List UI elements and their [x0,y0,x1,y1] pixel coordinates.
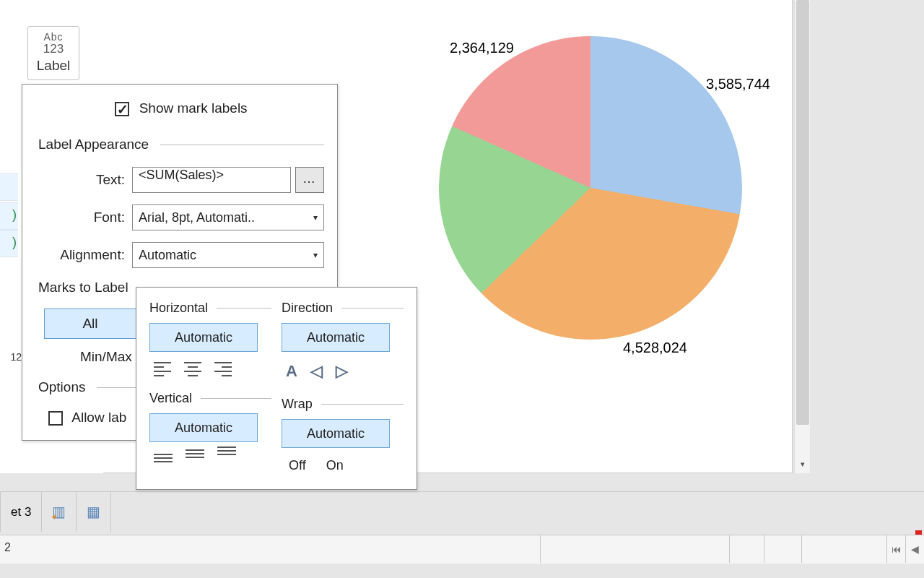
marks-label-card[interactable]: Abc 123 Label [27,26,79,80]
show-mark-labels-label: Show mark labels [139,100,248,116]
status-cell-4 [801,535,868,563]
alignment-label: Alignment: [38,247,132,263]
status-cell-2 [729,535,764,563]
wrap-on-button[interactable]: On [326,458,344,473]
valign-bottom-icon[interactable] [154,452,173,462]
show-mark-labels-checkbox[interactable] [115,102,129,116]
wrap-heading: Wrap [282,397,404,412]
align-right-icon[interactable] [214,362,232,375]
row-shelf-slot-3[interactable] [0,230,18,257]
align-center-icon[interactable] [184,362,201,375]
scrollbar-thumb[interactable] [796,0,809,425]
slice-label-3: 2,364,129 [450,40,514,56]
dashboard-icon: ▦ [87,504,100,519]
direction-left-icon[interactable]: ◁ [310,362,323,381]
label-card-caption: Label [28,58,79,74]
nav-prev-icon[interactable]: ◀ [905,535,924,563]
valign-middle-icon[interactable] [186,452,204,462]
horizontal-automatic-button[interactable]: Automatic [149,323,258,352]
pie-body[interactable] [439,36,742,340]
canvas-vertical-scrollbar[interactable]: ▾ [794,0,810,473]
label-card-abc: Abc [28,31,79,43]
row-number-fragment: 12 [0,351,23,366]
label-text-input[interactable]: <SUM(Sales)> [132,167,291,193]
sheet-tab-bar: et 3 ✦ ▥ ▦ [0,491,924,531]
chevron-down-icon: ▾ [313,250,318,260]
label-card-123: 123 [28,42,79,56]
new-dashboard-button[interactable]: ▦ [77,492,111,532]
status-nav: ⏮ ◀ [886,535,924,563]
sheet-tab-current[interactable]: et 3 [0,492,42,532]
label-text-edit-button[interactable]: … [295,167,324,193]
pie-chart[interactable]: 3,585,744 4,528,024 2,364,129 [439,36,742,340]
alignment-dropdown[interactable]: Automatic ▾ [132,242,324,268]
slice-label-1: 3,585,744 [706,76,770,92]
horizontal-heading: Horizontal [149,301,271,316]
text-label: Text: [38,172,132,188]
nav-first-icon[interactable]: ⏮ [886,535,905,563]
vertical-heading: Vertical [149,391,271,406]
status-cell-1 [540,535,728,563]
status-left: 2 [4,541,11,554]
slice-label-2: 4,528,024 [623,340,687,356]
direction-right-icon[interactable]: ▷ [336,362,348,381]
wrap-automatic-button[interactable]: Automatic [282,419,390,448]
valign-top-icon[interactable] [217,452,236,462]
direction-heading: Direction [282,301,404,316]
font-label: Font: [38,210,132,225]
allow-overlap-checkbox[interactable] [48,411,63,426]
marks-to-label-all-button[interactable]: All [44,309,136,339]
wrap-off-button[interactable]: Off [289,458,306,473]
scrollbar-down-icon[interactable]: ▾ [796,457,809,470]
allow-overlap-label: Allow lab [71,410,126,425]
status-bar: 2 ⏮ ◀ [0,535,924,564]
row-shelf-slot-1[interactable] [0,173,18,201]
direction-normal-icon[interactable]: A [286,362,297,381]
row-shelf-slot-2[interactable] [0,202,18,230]
chevron-down-icon: ▾ [313,212,318,223]
align-left-icon[interactable] [154,362,171,375]
new-worksheet-button[interactable]: ✦ ▥ [42,492,77,532]
direction-automatic-button[interactable]: Automatic [282,323,390,352]
font-dropdown[interactable]: Arial, 8pt, Automati.. ▾ [132,204,324,230]
alignment-popup: Horizontal Automatic Vertical Automatic … [136,287,417,490]
vertical-automatic-button[interactable]: Automatic [149,413,258,442]
label-appearance-heading: Label Appearance [38,137,324,152]
status-cell-3 [764,535,801,563]
